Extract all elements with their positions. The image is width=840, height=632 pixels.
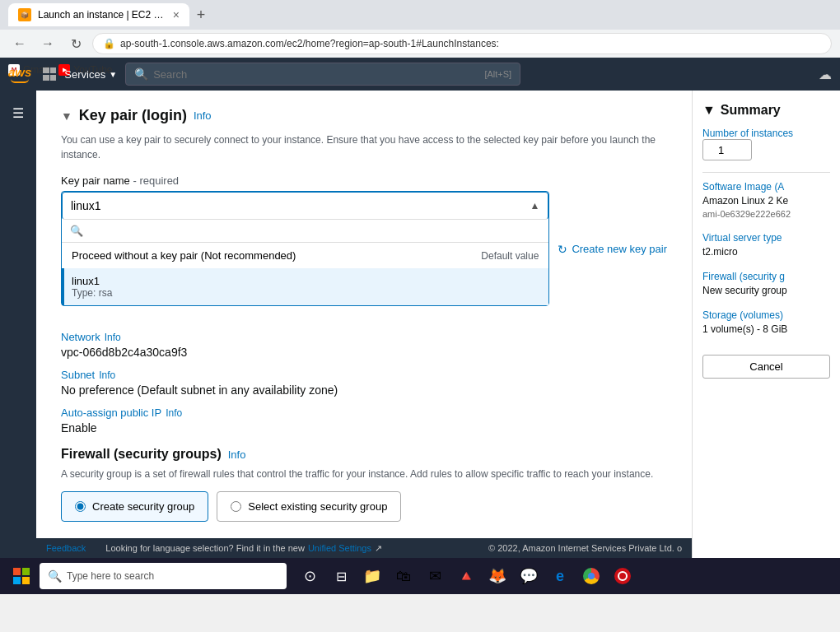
search-input[interactable] [153,68,479,81]
subnet-info-link[interactable]: Info [99,369,115,381]
taskbar-icons: ⊙ ⊟ 📁 🛍 ✉ 🔺 🦊 💬 e [295,561,637,591]
select-security-group-radio[interactable] [231,501,241,512]
key-pair-info-link[interactable]: Info [194,109,212,122]
key-pair-field-label: Key pair name - required [61,174,667,187]
dropdown-search: 🔍 [62,220,548,243]
subnet-value: No preference (Default subnet in any ava… [61,383,667,397]
network-info-link[interactable]: Info [105,332,121,343]
dropdown-item-no-keypair[interactable]: Proceed without a key pair (Not recommen… [62,243,548,268]
key-pair-dropdown[interactable]: linux1 ▲ 🔍 Proceed without a key [61,191,549,306]
summary-software: Software Image (A Amazon Linux 2 Ke ami-… [702,181,830,221]
services-nav-button[interactable]: Services ▼ [64,68,117,81]
search-shortcut: [Alt+S] [484,69,511,79]
autoassign-value: Enable [61,421,667,434]
create-security-group-radio[interactable] [75,501,86,512]
aws-nav: aws Services ▼ 🔍 [Alt+S] ☁ [0,58,840,91]
create-security-group-label: Create security group [92,500,194,513]
sidebar-menu-icon[interactable]: ☰ [6,99,30,128]
taskbar-edge-button[interactable]: e [545,561,575,591]
summary-title: ▼ Summary [702,103,830,118]
feedback-label[interactable]: Feedback [46,543,86,553]
linux1-name: linux1 [72,275,539,287]
lock-icon: 🔒 [103,38,115,49]
firewall-summary-label[interactable]: Firewall (security g [702,271,830,282]
nav-icon-1: ☁ [819,67,832,82]
firewall-summary-value: New security group [702,284,830,298]
browser-nav: ← → ↻ 🔒 ap-south-1.console.aws.amazon.co… [0,30,840,58]
aws-logo[interactable]: aws [8,66,31,83]
new-tab-button[interactable]: + [189,3,212,26]
instances-count-row [702,139,830,160]
chevron-up-icon: ▲ [530,200,539,211]
aws-nav-right: ☁ [819,67,832,82]
taskbar-store-button[interactable]: 🛍 [389,561,418,591]
dropdown-search-icon: 🔍 [70,225,83,237]
refresh-icon: ↻ [558,243,567,256]
software-label[interactable]: Software Image (A [702,181,830,193]
collapse-icon[interactable]: ▼ [61,109,72,123]
browser-tabs: 📦 Launch an instance | EC2 Manag... × + [0,0,840,30]
tab-favicon: 📦 [18,8,31,21]
summary-storage: Storage (volumes) 1 volume(s) - 8 GiB [702,309,830,337]
tab-title: Launch an instance | EC2 Manag... [38,9,166,21]
subnet-row: Subnet Info No preference (Default subne… [61,369,667,397]
create-security-group-option[interactable]: Create security group [61,491,208,522]
key-pair-select[interactable]: linux1 ▲ [62,192,548,220]
start-button[interactable] [7,561,36,591]
taskbar-opera-button[interactable] [608,561,637,591]
storage-value: 1 volume(s) - 8 GiB [702,323,830,337]
create-new-label: Create new key pair [572,243,667,255]
create-new-keypair-button[interactable]: ↻ Create new key pair [558,243,667,256]
taskbar-search-text: Type here to search [67,570,154,582]
dropdown-search-input[interactable] [90,225,540,237]
autoassign-label: Auto-assign public IP Info [61,407,667,419]
summary-collapse-icon[interactable]: ▼ [702,103,716,118]
taskbar-whatsapp-button[interactable]: 💬 [514,561,544,591]
taskbar-search-button[interactable]: ⊙ [295,561,324,591]
summary-firewall: Firewall (security g New security group [702,271,830,298]
taskbar-chrome-button[interactable] [576,561,606,591]
instances-label: Number of instances [702,128,830,139]
section-header: ▼ Key pair (login) Info [61,107,667,124]
external-link-icon: ↗ [375,543,382,554]
unified-settings-link[interactable]: Unified Settings [308,543,371,553]
tab-close-button[interactable]: × [173,8,180,21]
keypair-row: linux1 ▲ 🔍 Proceed without a key [61,192,667,306]
firewall-title: Firewall (security groups) [61,447,222,462]
taskbar-vlc-button[interactable]: 🔺 [451,561,481,591]
taskbar-taskview-button[interactable]: ⊟ [326,561,356,591]
aws-search-bar[interactable]: 🔍 [Alt+S] [125,63,520,86]
firewall-info-link[interactable]: Info [228,448,246,461]
active-tab[interactable]: 📦 Launch an instance | EC2 Manag... × [8,3,189,26]
autoassign-info-link[interactable]: Info [166,407,182,419]
aws-grid-icon[interactable] [43,67,56,81]
sidebar: ☰ [0,91,36,558]
instances-count-input[interactable] [702,139,752,160]
section-title: Key pair (login) [79,107,187,124]
address-text: ap-south-1.console.aws.amazon.com/ec2/ho… [120,38,499,49]
cancel-button[interactable]: Cancel [702,355,830,379]
taskbar-mail-button[interactable]: ✉ [420,561,450,591]
reload-button[interactable]: ↻ [64,32,87,55]
storage-label[interactable]: Storage (volumes) [702,309,830,321]
address-bar[interactable]: 🔒 ap-south-1.console.aws.amazon.com/ec2/… [92,33,832,54]
divider-1 [702,172,830,173]
feedback-bar: Feedback Looking for language selection?… [36,538,692,558]
firewall-radio-group: Create security group Select existing se… [61,491,667,522]
linux1-type: Type: rsa [72,287,539,299]
taskbar-fileexplorer-button[interactable]: 📁 [357,561,387,591]
copyright-text: © 2022, Amazon Internet Services Private… [488,543,682,553]
back-button[interactable]: ← [8,32,31,55]
forward-button[interactable]: → [36,32,59,55]
summary-instances: Number of instances [702,128,830,160]
firewall-section: Firewall (security groups) Info A securi… [61,447,667,522]
autoassign-row: Auto-assign public IP Info Enable [61,407,667,434]
subnet-label: Subnet Info [61,369,667,381]
dropdown-item-linux1[interactable]: linux1 Type: rsa [62,268,548,305]
select-security-group-option[interactable]: Select existing security group [217,491,401,522]
taskbar-search-box[interactable]: 🔍 Type here to search [40,563,287,589]
virtual-label[interactable]: Virtual server type [702,232,830,244]
firewall-description: A security group is a set of firewall ru… [61,467,667,481]
network-section: Network Info vpc-066d8b2c4a30ca9f3 Subne… [61,331,667,434]
taskbar-firefox-button[interactable]: 🦊 [483,561,512,591]
